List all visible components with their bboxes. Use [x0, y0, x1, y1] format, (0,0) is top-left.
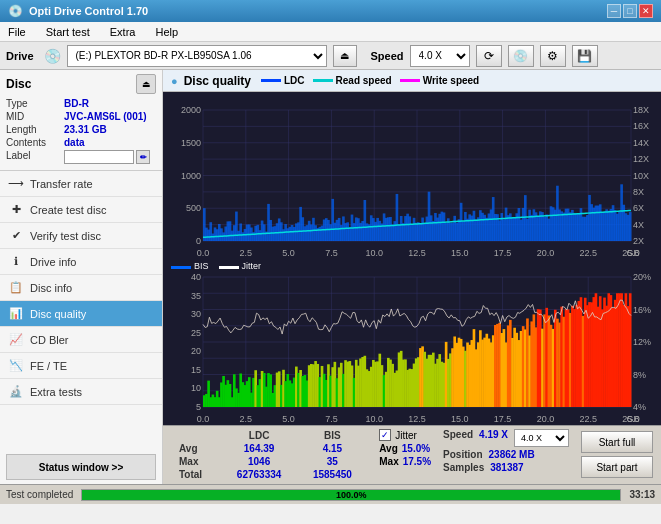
sidebar-label-drive-info: Drive info: [30, 256, 76, 268]
jitter-max-label: Max: [379, 456, 398, 467]
stats-label-total: Total: [171, 468, 221, 481]
drive-select[interactable]: (E:) PLEXTOR BD-R PX-LB950SA 1.06: [67, 45, 327, 67]
sidebar-item-drive-info[interactable]: ℹ Drive info: [0, 249, 162, 275]
stats-bis-avg: 4.15: [298, 442, 368, 455]
chart-area: BIS Jitter: [163, 92, 661, 425]
lower-canvas: [163, 259, 661, 425]
save-button[interactable]: 💾: [572, 45, 598, 67]
drive-bar: Drive 💿 (E:) PLEXTOR BD-R PX-LB950SA 1.0…: [0, 42, 661, 70]
jitter-avg-label: Avg: [379, 443, 398, 454]
speed-label-info: Speed: [443, 429, 473, 447]
menu-file[interactable]: File: [4, 24, 30, 40]
stats-header-bis: BIS: [298, 429, 368, 442]
sidebar-item-transfer-rate[interactable]: ⟶ Transfer rate: [0, 171, 162, 197]
maximize-button[interactable]: □: [623, 4, 637, 18]
disc-label-edit-button[interactable]: ✏: [136, 150, 150, 164]
extra-tests-icon: 🔬: [8, 384, 24, 400]
disc-label-field[interactable]: [64, 150, 134, 164]
sidebar: Disc ⏏ Type BD-R MID JVC-AMS6L (001) Len…: [0, 70, 163, 484]
disc-contents-value: data: [64, 137, 85, 148]
sidebar-item-verify-test[interactable]: ✔ Verify test disc: [0, 223, 162, 249]
legend-ldc-label: LDC: [284, 75, 305, 86]
disc-section-title: Disc: [6, 77, 31, 91]
disc-label-key: Label: [6, 150, 64, 164]
stats-ldc-max: 1046: [221, 455, 298, 468]
jitter-stats: Jitter Avg 15.0% Max 17.5%: [379, 429, 431, 467]
disc-quality-header: ● Disc quality LDC Read speed Write spee…: [163, 70, 661, 92]
stats-ldc-total: 62763334: [221, 468, 298, 481]
stats-label-max: Max: [171, 455, 221, 468]
stats-table: LDC BIS Avg 164.39 4.15 Max 1046 35 To: [171, 429, 367, 481]
sidebar-label-cd-bler: CD Bler: [30, 334, 69, 346]
disc-type-label: Type: [6, 98, 64, 109]
jitter-section: Jitter: [379, 429, 431, 441]
legend-write-speed-label: Write speed: [423, 75, 480, 86]
refresh-button[interactable]: ⟳: [476, 45, 502, 67]
sidebar-label-fe-te: FE / TE: [30, 360, 67, 372]
disc-mid-row: MID JVC-AMS6L (001): [6, 111, 156, 122]
disc-length-row: Length 23.31 GB: [6, 124, 156, 135]
window-controls: ─ □ ✕: [607, 4, 653, 18]
jitter-label: Jitter: [395, 430, 417, 441]
legend-bis-label: BIS: [194, 261, 209, 271]
app-title: Opti Drive Control 1.70: [29, 5, 148, 17]
disc-quality-title: Disc quality: [184, 74, 251, 88]
start-part-button[interactable]: Start part: [581, 456, 653, 478]
menu-help[interactable]: Help: [151, 24, 182, 40]
close-button[interactable]: ✕: [639, 4, 653, 18]
legend-jitter-label: Jitter: [242, 261, 262, 271]
disc-length-label: Length: [6, 124, 64, 135]
legend-bis: BIS: [171, 261, 209, 271]
start-full-button[interactable]: Start full: [581, 431, 653, 453]
jitter-avg-row: Avg 15.0%: [379, 443, 431, 454]
disc-contents-row: Contents data: [6, 137, 156, 148]
menu-extra[interactable]: Extra: [106, 24, 140, 40]
disc-length-value: 23.31 GB: [64, 124, 107, 135]
sidebar-item-create-test[interactable]: ✚ Create test disc: [0, 197, 162, 223]
legend-read-speed-label: Read speed: [336, 75, 392, 86]
title-bar: 💿 Opti Drive Control 1.70 ─ □ ✕: [0, 0, 661, 22]
status-text: Test completed: [6, 489, 73, 500]
upper-chart: [163, 92, 661, 259]
sidebar-item-disc-info[interactable]: 📋 Disc info: [0, 275, 162, 301]
sidebar-item-fe-te[interactable]: 📉 FE / TE: [0, 353, 162, 379]
transfer-rate-icon: ⟶: [8, 176, 24, 192]
legend-jitter-color: [219, 266, 239, 269]
menu-bar: File Start test Extra Help: [0, 22, 661, 42]
position-value: 23862 MB: [489, 449, 535, 460]
disc-eject-icon[interactable]: ⏏: [136, 74, 156, 94]
sidebar-label-disc-quality: Disc quality: [30, 308, 86, 320]
disc-button[interactable]: 💿: [508, 45, 534, 67]
drive-info-icon: ℹ: [8, 254, 24, 270]
create-test-icon: ✚: [8, 202, 24, 218]
speed-select-info[interactable]: 4.0 X: [514, 429, 569, 447]
stats-header-ldc: LDC: [221, 429, 298, 442]
eject-button[interactable]: ⏏: [333, 45, 357, 67]
speed-select[interactable]: 4.0 X: [410, 45, 470, 67]
sidebar-item-disc-quality[interactable]: 📊 Disc quality: [0, 301, 162, 327]
jitter-checkbox[interactable]: [379, 429, 391, 441]
sidebar-item-cd-bler[interactable]: 📈 CD Bler: [0, 327, 162, 353]
status-window-button[interactable]: Status window >>: [6, 454, 156, 480]
speed-value-info: 4.19 X: [479, 429, 508, 447]
disc-type-value: BD-R: [64, 98, 89, 109]
samples-label: Samples: [443, 462, 484, 473]
stats-bis-max: 35: [298, 455, 368, 468]
disc-quality-icon: 📊: [8, 306, 24, 322]
disc-info-section: Disc ⏏ Type BD-R MID JVC-AMS6L (001) Len…: [0, 70, 162, 171]
position-label: Position: [443, 449, 482, 460]
disc-quality-icon-header: ●: [171, 75, 178, 87]
sidebar-item-extra-tests[interactable]: 🔬 Extra tests: [0, 379, 162, 405]
disc-type-row: Type BD-R: [6, 98, 156, 109]
legend-write-speed: Write speed: [400, 75, 480, 86]
settings-button[interactable]: ⚙: [540, 45, 566, 67]
minimize-button[interactable]: ─: [607, 4, 621, 18]
disc-contents-label: Contents: [6, 137, 64, 148]
legend-bis-color: [171, 266, 191, 269]
upper-canvas: [163, 92, 661, 259]
disc-mid-value: JVC-AMS6L (001): [64, 111, 147, 122]
samples-value: 381387: [490, 462, 523, 473]
menu-start-test[interactable]: Start test: [42, 24, 94, 40]
stats-bis-total: 1585450: [298, 468, 368, 481]
progress-label: 100.0%: [82, 490, 620, 500]
